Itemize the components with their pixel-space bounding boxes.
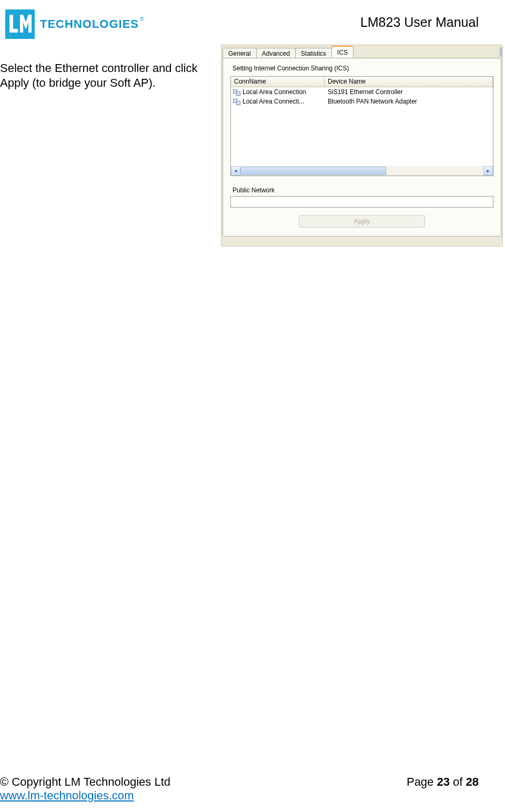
- page-sep: of: [450, 775, 466, 788]
- scroll-left-button[interactable]: ◄: [231, 166, 240, 176]
- column-devicename[interactable]: Device Name: [325, 77, 493, 87]
- network-connection-icon: [233, 88, 240, 96]
- tab-strip: General Advanced Statistics ICS: [221, 45, 502, 58]
- tab-advanced[interactable]: Advanced: [256, 48, 296, 58]
- tab-ics[interactable]: ICS: [331, 46, 354, 58]
- horizontal-scrollbar[interactable]: ◄ ►: [231, 166, 493, 176]
- document-title: LM823 User Manual: [360, 15, 479, 30]
- page-prefix: Page: [407, 775, 437, 788]
- network-connection-icon: [233, 98, 240, 105]
- tab-general[interactable]: General: [223, 48, 257, 58]
- public-network-label: Public Network: [233, 187, 493, 194]
- chevron-right-icon: ►: [486, 168, 491, 173]
- registered-mark-icon: ®: [140, 16, 144, 22]
- page-current: 23: [437, 775, 449, 788]
- list-device-name: Bluetooth PAN Network Adapter: [325, 98, 493, 105]
- page-footer: © Copyright LM Technologies Ltd www.lm-t…: [0, 775, 479, 803]
- ics-settings-panel: General Advanced Statistics ICS Setting …: [221, 45, 503, 246]
- ics-group-label: Setting Internet Connection Sharing (ICS…: [233, 65, 493, 72]
- copyright-text: © Copyright LM Technologies Ltd: [0, 775, 170, 789]
- public-network-input[interactable]: [230, 196, 493, 208]
- page-total: 28: [466, 775, 479, 788]
- tab-statistics[interactable]: Statistics: [295, 48, 332, 58]
- scroll-right-button[interactable]: ►: [483, 166, 493, 176]
- footer-left: © Copyright LM Technologies Ltd www.lm-t…: [0, 775, 170, 803]
- connection-listview[interactable]: ConnName Device Name Local Area Connecti…: [230, 76, 493, 176]
- scroll-thumb[interactable]: [240, 167, 386, 175]
- list-conn-name: Local Area Connection: [243, 88, 306, 96]
- list-conn-name: Local Area Connecti...: [243, 98, 304, 105]
- apply-button[interactable]: Apply: [299, 215, 425, 228]
- scroll-sliver-icon: [500, 47, 502, 57]
- instruction-text: Select the Ethernet controller and click…: [0, 61, 210, 90]
- chevron-left-icon: ◄: [234, 168, 238, 173]
- list-item[interactable]: Local Area Connecti... Bluetooth PAN Net…: [231, 97, 493, 106]
- column-connname[interactable]: ConnName: [231, 77, 325, 87]
- page-header: TECHNOLOGIES ® LM823 User Manual: [0, 9, 505, 46]
- logo: TECHNOLOGIES ®: [5, 9, 143, 39]
- list-item[interactable]: Local Area Connection SiS191 Ethernet Co…: [231, 87, 493, 97]
- scroll-track[interactable]: [240, 166, 483, 176]
- page-number: Page 23 of 28: [407, 775, 479, 789]
- logo-text: TECHNOLOGIES: [40, 17, 139, 31]
- list-device-name: SiS191 Ethernet Controller: [325, 88, 493, 96]
- logo-mark-icon: [5, 9, 35, 39]
- website-link[interactable]: www.lm-technologies.com: [0, 789, 134, 802]
- listview-header: ConnName Device Name: [231, 77, 493, 87]
- tab-page-ics: Setting Internet Connection Sharing (ICS…: [223, 58, 501, 237]
